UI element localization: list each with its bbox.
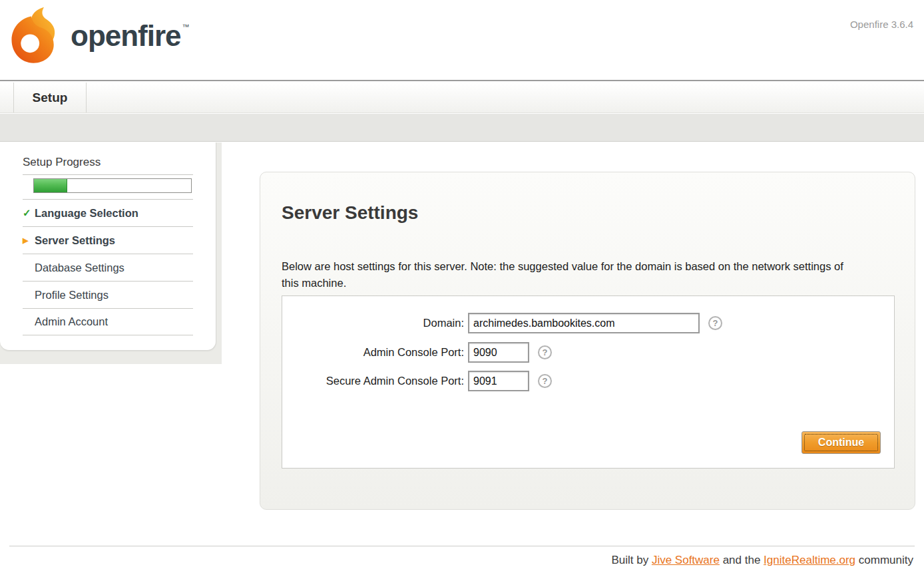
sidebar-item-label: Server Settings [35,234,115,247]
setup-progress-title: Setup Progress [23,156,216,169]
flame-icon [9,5,61,67]
igniterealtime-link[interactable]: IgniteRealtime.org [764,554,855,566]
check-icon: ✓ [23,207,35,219]
setup-progress-panel: Setup Progress ✓ Language Selection ▶ Se… [0,142,216,351]
sidebar-item-profile-settings[interactable]: Profile Settings [23,281,193,308]
domain-input[interactable] [468,313,700,333]
footer-divider [9,546,915,546]
sidebar-item-database-settings[interactable]: Database Settings [23,254,193,281]
sidebar-column: Setup Progress ✓ Language Selection ▶ Se… [0,142,222,364]
openfire-logo: openfire ™ [9,5,190,67]
help-icon[interactable]: ? [538,345,552,359]
sidebar-item-label: Database Settings [35,262,124,274]
divider [23,174,193,175]
sidebar-item-language-selection[interactable]: ✓ Language Selection [23,199,193,226]
sidebar-item-admin-account[interactable]: Admin Account [23,308,193,335]
progress-bar-fill [34,179,67,192]
form-row-domain: Domain: ? [282,311,722,335]
setup-steps-list: ✓ Language Selection ▶ Server Settings D… [23,199,193,335]
help-icon[interactable]: ? [538,374,552,388]
footer-credits: Built by Jive Software and the IgniteRea… [611,554,913,567]
form-row-admin-port: Admin Console Port: ? [282,340,552,364]
domain-label: Domain: [282,317,464,329]
sidebar-item-label: Admin Account [35,315,108,328]
secure-admin-console-port-label: Secure Admin Console Port: [282,375,464,387]
server-settings-form: Domain: ? Admin Console Port: ? Secure A… [282,295,895,469]
progress-bar [33,178,192,193]
jive-software-link[interactable]: Jive Software [652,554,720,566]
version-label: Openfire 3.6.4 [850,19,913,30]
sidebar-item-label: Language Selection [35,207,138,220]
footer-text: Built by [611,554,651,566]
main-content-card: Server Settings Below are host settings … [260,172,915,510]
arrow-right-icon: ▶ [23,236,35,245]
help-icon[interactable]: ? [708,316,722,330]
footer-text: and the [720,554,764,566]
continue-button[interactable]: Continue [802,431,881,454]
sub-nav-bar [0,114,924,142]
logo-trademark: ™ [182,23,190,31]
form-row-secure-admin-port: Secure Admin Console Port: ? [282,369,552,393]
header: openfire ™ Openfire 3.6.4 [0,0,924,81]
page-description: Below are host settings for this server.… [282,258,851,292]
sidebar-item-server-settings[interactable]: ▶ Server Settings [23,226,193,254]
secure-admin-console-port-input[interactable] [468,371,529,391]
logo-wordmark: openfire [71,5,181,67]
tab-setup[interactable]: Setup [13,83,87,112]
sidebar-item-label: Profile Settings [35,289,109,301]
tab-bar: Setup [0,83,924,113]
admin-console-port-label: Admin Console Port: [282,346,464,359]
footer-text: community [855,554,913,566]
admin-console-port-input[interactable] [468,342,529,363]
page-title: Server Settings [282,202,418,224]
